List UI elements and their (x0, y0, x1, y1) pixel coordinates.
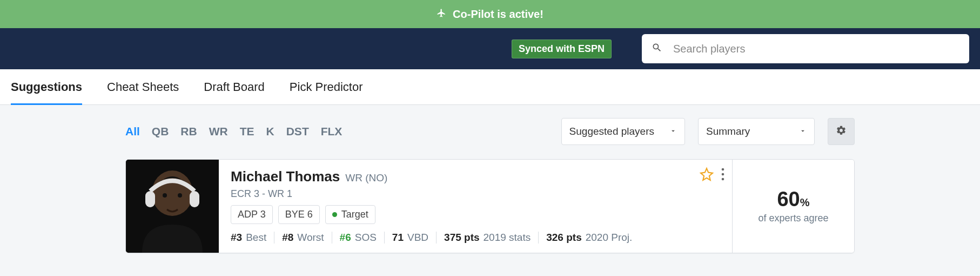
player-name: Michael Thomas (231, 168, 340, 185)
stat-worst-label: Worst (297, 232, 324, 244)
filter-rb[interactable]: RB (180, 125, 197, 138)
star-icon[interactable] (700, 167, 714, 183)
mode-select[interactable]: Summary (698, 118, 815, 145)
banner-text: Co-Pilot is active! (453, 8, 543, 21)
sync-badge: Synced with ESPN (512, 40, 612, 58)
chip-target: Target (325, 205, 375, 224)
stat-best-label: Best (246, 232, 266, 244)
filter-qb[interactable]: QB (152, 125, 169, 138)
stat-vbd-label: VBD (407, 232, 428, 244)
player-pos-team: WR (NO) (345, 172, 387, 184)
stat-sos-label: SOS (355, 232, 377, 244)
filter-te[interactable]: TE (240, 125, 254, 138)
consensus-pct-value: 60 (777, 188, 800, 211)
chip-bye: BYE 6 (278, 205, 320, 224)
position-filters: All QB RB WR TE K DST FLX (125, 125, 548, 138)
chip-adp: ADP 3 (231, 205, 273, 224)
svg-point-7 (722, 173, 724, 176)
content-area: All QB RB WR TE K DST FLX Suggested play… (0, 105, 980, 276)
stat-vbd: 71 VBD (385, 232, 437, 244)
player-avatar (126, 160, 219, 253)
view-select-label: Suggested players (569, 126, 654, 137)
settings-button[interactable] (828, 118, 855, 145)
player-info: Michael Thomas WR (NO) ECR 3 - WR 1 ADP … (219, 160, 732, 253)
consensus-label: of experts agree (758, 213, 828, 224)
main-nav: Suggestions Cheat Sheets Draft Board Pic… (0, 69, 980, 105)
player-stat-row: #3 Best #8 Worst #6 SOS 71 VBD (231, 232, 720, 244)
stat-worst-value: #8 (282, 232, 293, 244)
stat-proj-value: 326 pts (546, 232, 581, 244)
stat-worst: #8 Worst (274, 232, 332, 244)
filter-flx[interactable]: FLX (321, 125, 343, 138)
stat-best-value: #3 (231, 232, 242, 244)
filter-wr[interactable]: WR (209, 125, 228, 138)
stat-prev-label: 2019 stats (484, 232, 531, 244)
tab-draft-board[interactable]: Draft Board (204, 69, 265, 104)
filter-all[interactable]: All (125, 125, 140, 138)
chevron-down-icon (669, 126, 677, 137)
search-box[interactable] (642, 34, 969, 63)
airplane-icon (437, 8, 446, 21)
consensus-panel: 60% of experts agree (732, 160, 854, 253)
player-chips: ADP 3 BYE 6 Target (231, 205, 720, 224)
filter-k[interactable]: K (266, 125, 274, 138)
gear-icon (836, 125, 847, 138)
svg-rect-3 (190, 191, 199, 207)
consensus-pct-suffix: % (800, 196, 810, 208)
copilot-banner: Co-Pilot is active! (0, 0, 980, 28)
svg-point-4 (163, 193, 167, 198)
stat-prev: 375 pts 2019 stats (437, 232, 539, 244)
svg-rect-2 (145, 191, 155, 207)
controls-row: All QB RB WR TE K DST FLX Suggested play… (125, 118, 855, 145)
stat-best: #3 Best (231, 232, 274, 244)
search-input[interactable] (672, 42, 959, 56)
top-bar: Synced with ESPN (0, 28, 980, 69)
stat-sos-value: #6 (340, 232, 351, 244)
stat-prev-value: 375 pts (444, 232, 479, 244)
stat-sos: #6 SOS (332, 232, 385, 244)
view-select[interactable]: Suggested players (561, 118, 685, 145)
stat-proj-label: 2020 Proj. (586, 232, 633, 244)
stat-vbd-value: 71 (392, 232, 404, 244)
tab-suggestions[interactable]: Suggestions (11, 69, 82, 104)
target-dot-icon (332, 212, 337, 217)
player-card[interactable]: Michael Thomas WR (NO) ECR 3 - WR 1 ADP … (125, 159, 855, 253)
filter-dst[interactable]: DST (286, 125, 309, 138)
search-icon (652, 42, 662, 55)
consensus-pct: 60% (777, 189, 809, 209)
chip-target-label: Target (341, 209, 368, 220)
svg-point-8 (722, 178, 724, 181)
stat-proj: 326 pts 2020 Proj. (539, 232, 640, 244)
svg-point-6 (722, 168, 724, 171)
chevron-down-icon (799, 126, 807, 137)
player-subline: ECR 3 - WR 1 (231, 188, 720, 200)
kebab-icon[interactable] (721, 168, 724, 183)
tab-pick-predictor[interactable]: Pick Predictor (290, 69, 363, 104)
tab-cheat-sheets[interactable]: Cheat Sheets (107, 69, 179, 104)
mode-select-label: Summary (706, 126, 750, 137)
svg-point-5 (178, 193, 182, 198)
